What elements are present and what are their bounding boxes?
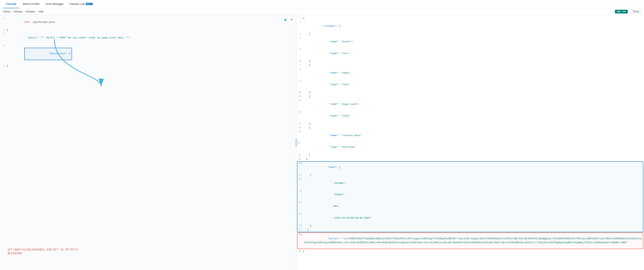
response-line-10: 10 }, xyxy=(296,91,644,95)
tab-grok-debugger[interactable]: Grok Debugger xyxy=(43,0,67,8)
response-line-13: 13 "type": "long" xyxy=(296,110,644,122)
response-line-18: 18 } xyxy=(296,153,644,157)
tab-console[interactable]: Console xyxy=(3,0,19,8)
response-line-7: 7 { xyxy=(296,63,644,67)
response-line-8: 8 "name": "name", xyxy=(296,67,644,79)
code-editor[interactable]: 1 POST _sql?format=json 2 { 3 "query": "… xyxy=(0,15,296,270)
response-line-5: 5 "type": "text" xyxy=(296,48,644,59)
rows-highlight-box: 20 "rows": [ 21 [ 22 xyxy=(297,161,643,232)
response-line-1: 1 { xyxy=(296,16,644,20)
response-line-23: 23 "SCALA", xyxy=(298,189,643,201)
response-line-20: 20 "rows": [ xyxy=(298,162,643,173)
toolbar-settings[interactable]: Settings xyxy=(14,10,22,13)
settings-icon[interactable]: ⚙ xyxy=(290,17,294,22)
editor-line-5: 5 } xyxy=(0,64,296,68)
response-line-17: 17 "type": "datetime" xyxy=(296,141,644,153)
editor-actions: ▶ ⚙ xyxy=(284,17,294,22)
response-line-11: 11 { xyxy=(296,95,644,98)
cursor-highlight-box: 28 "cursor": "i/vrA0RGTACEkVFOg0AQhndW0p… xyxy=(297,233,643,249)
status-badge: 200 - OK xyxy=(615,10,628,13)
editor-line-1: 1 POST _sql?format=json xyxy=(0,16,296,28)
response-line-15: 15 { xyxy=(296,126,644,130)
response-line-27: 27 ], xyxy=(298,228,643,232)
response-line-21: 21 [ xyxy=(298,173,643,177)
panel-wrapper: ▶ ⚙ 1 POST _sql?format=json 2 { xyxy=(0,15,644,270)
toolbar-history[interactable]: History xyxy=(3,10,10,13)
response-line-4: 4 "name": "author", xyxy=(296,36,644,47)
response-line-6: 6 }, xyxy=(296,59,644,63)
time-badge: 75 ms xyxy=(631,9,641,14)
response-line-12: 12 "name": "page_count", xyxy=(296,98,644,110)
annotation-text: 由于上面那个SQL查出来很多数据，这里只取了一条，剩下的下次通过游标获取 xyxy=(8,248,79,255)
response-editor[interactable]: 1 { 2 "columns": [ 3 { 4 xyxy=(296,15,644,270)
response-line-19: 19 ], xyxy=(296,157,644,161)
response-line-3: 3 { xyxy=(296,32,644,36)
response-line-22: 22 "wangwu", xyxy=(298,177,643,189)
toolbar-variables[interactable]: Variables xyxy=(25,10,35,13)
response-line-9: 9 "type": "text" xyxy=(296,79,644,91)
response-panel: 1 { 2 "columns": [ 3 { 4 xyxy=(296,15,644,270)
response-line-16: 16 "name": "release_date", xyxy=(296,130,644,141)
response-line-14: 14 }, xyxy=(296,122,644,126)
response-line-2: 2 "columns": [ xyxy=(296,20,644,32)
response-line-28: 28 "cursor": "i/vrA0RGTACEkVFOg0AQhndW0p… xyxy=(298,233,643,249)
response-line-25: 25 "2022-05-03T00:00:00.000Z" xyxy=(298,212,643,224)
main-content: ▶ ⚙ 1 POST _sql?format=json 2 { xyxy=(0,15,644,270)
response-line-26: 26 ] xyxy=(298,224,643,228)
beta-badge: BETA xyxy=(86,3,92,5)
editor-line-4: 4 "fetch_size": 1 xyxy=(0,44,296,64)
editor-line-2: 2 { xyxy=(0,28,296,32)
toolbar: History Settings Variables Help 200 - OK… xyxy=(0,8,644,15)
toolbar-help[interactable]: Help xyxy=(38,10,44,13)
response-line-29: 29 } xyxy=(296,250,644,253)
top-navigation: Console Search Profiler Grok Debugger Pa… xyxy=(0,0,644,8)
tab-search-profiler[interactable]: Search Profiler xyxy=(19,0,43,8)
editor-line-3: 3 "query": """ SELECT * FROM "my-sql-ind… xyxy=(0,32,296,44)
editor-panel: ▶ ⚙ 1 POST _sql?format=json 2 { xyxy=(0,15,296,270)
response-line-24: 24 604, xyxy=(298,201,643,212)
divider-handle[interactable] xyxy=(295,139,298,146)
run-button[interactable]: ▶ xyxy=(284,17,288,22)
tab-painless-lab[interactable]: Painless Lab BETA xyxy=(67,0,96,8)
